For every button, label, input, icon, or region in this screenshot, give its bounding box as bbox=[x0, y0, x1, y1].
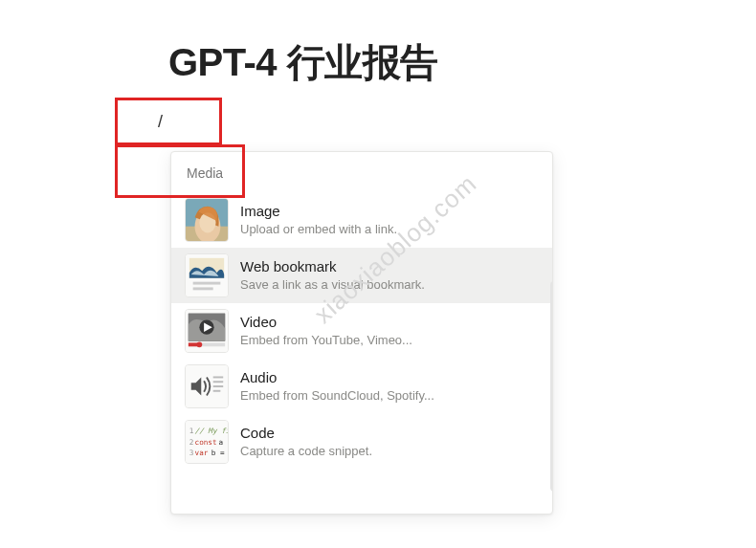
svg-rect-7 bbox=[193, 287, 213, 290]
menu-item-code[interactable]: 1 // My fi 2 const a 3 var b = Code Capt… bbox=[171, 414, 552, 470]
menu-item-title: Web bookmark bbox=[240, 257, 425, 276]
menu-item-title: Image bbox=[240, 202, 397, 221]
slash-command-input[interactable]: / bbox=[115, 98, 222, 145]
image-icon bbox=[185, 198, 229, 242]
page-title: GPT-4 行业报告 bbox=[168, 36, 438, 89]
menu-item-video[interactable]: Video Embed from YouTube, Vimeo... bbox=[171, 303, 552, 359]
svg-text:a: a bbox=[218, 438, 223, 447]
menu-item-title: Audio bbox=[240, 368, 434, 387]
svg-point-14 bbox=[196, 341, 202, 347]
video-icon bbox=[185, 309, 229, 353]
svg-text:var: var bbox=[195, 449, 209, 457]
svg-text:2: 2 bbox=[189, 438, 194, 447]
svg-rect-6 bbox=[193, 282, 221, 285]
svg-text:b =: b = bbox=[211, 449, 225, 457]
menu-item-desc: Save a link as a visual bookmark. bbox=[240, 277, 425, 294]
menu-item-audio[interactable]: Audio Embed from SoundCloud, Spotify... bbox=[171, 359, 552, 414]
scrollbar[interactable] bbox=[550, 281, 553, 492]
menu-item-title: Code bbox=[240, 424, 372, 443]
menu-item-image[interactable]: Image Upload or embed with a link. bbox=[171, 192, 552, 248]
menu-section-header: Media bbox=[171, 152, 552, 192]
menu-item-web-bookmark[interactable]: Web bookmark Save a link as a visual boo… bbox=[171, 248, 552, 303]
menu-item-desc: Embed from SoundCloud, Spotify... bbox=[240, 388, 434, 405]
slash-text: / bbox=[158, 112, 163, 132]
svg-rect-19 bbox=[213, 390, 221, 392]
audio-icon bbox=[185, 364, 229, 408]
code-icon: 1 // My fi 2 const a 3 var b = bbox=[185, 420, 229, 464]
svg-rect-18 bbox=[213, 385, 224, 387]
menu-list: Image Upload or embed with a link. Web b… bbox=[171, 192, 552, 470]
menu-item-desc: Embed from YouTube, Vimeo... bbox=[240, 333, 412, 349]
svg-rect-16 bbox=[213, 376, 224, 378]
svg-text:1: 1 bbox=[189, 427, 194, 435]
menu-item-desc: Capture a code snippet. bbox=[240, 444, 372, 460]
svg-rect-17 bbox=[213, 381, 224, 383]
block-menu: Media Image Upload or embed with a link. bbox=[170, 151, 553, 515]
menu-item-title: Video bbox=[240, 313, 412, 332]
menu-item-desc: Upload or embed with a link. bbox=[240, 222, 397, 238]
svg-text:const: const bbox=[195, 438, 217, 447]
svg-text:// My fi: // My fi bbox=[195, 427, 228, 435]
svg-text:3: 3 bbox=[189, 449, 194, 457]
bookmark-icon bbox=[185, 253, 229, 297]
